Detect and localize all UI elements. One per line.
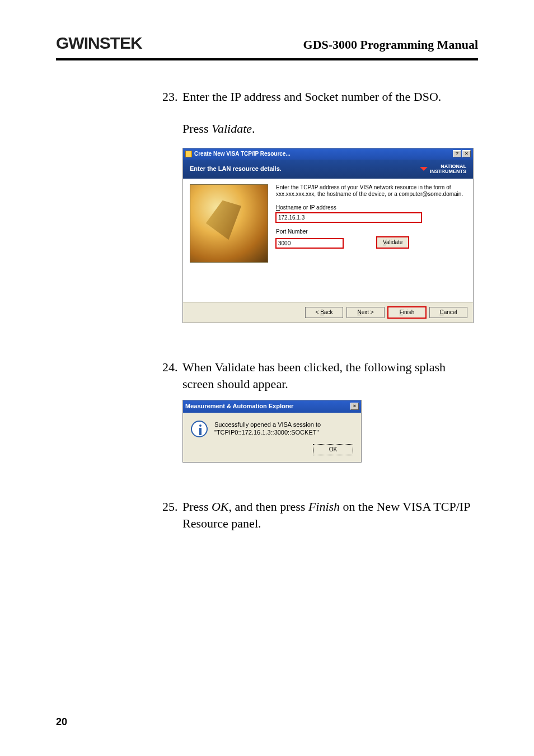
page-number: 20 [56, 716, 67, 728]
step-25: 25. Press OK, and then press Finish on t… [162, 498, 478, 533]
finish-button[interactable]: Finish [388, 307, 426, 318]
visa-wizard-dialog: Create New VISA TCP/IP Resource... ? × E… [182, 148, 474, 323]
splash-title-text: Measurement & Automation Explorer [185, 402, 293, 410]
cancel-button[interactable]: Cancel [429, 307, 467, 318]
ni-logo: NATIONAL INSTRUMENTS [420, 164, 466, 174]
back-button[interactable]: < Back [305, 307, 343, 318]
brand-logo: GWINSTEK [56, 34, 142, 53]
port-label: Port Number [276, 228, 466, 236]
step-text: Press OK, and then press Finish on the N… [182, 498, 478, 533]
step-number: 24. [162, 359, 182, 483]
wizard-titlebar[interactable]: Create New VISA TCP/IP Resource... ? × [183, 148, 473, 160]
manual-title: GDS-3000 Programming Manual [303, 38, 478, 52]
step-number: 23. [162, 88, 182, 343]
header-rule [56, 58, 478, 60]
wizard-app-icon [185, 151, 192, 157]
wizard-banner: Enter the LAN resource details. NATIONAL… [183, 160, 473, 179]
hostname-input[interactable]: 172.16.1.3 [276, 213, 421, 222]
validate-button[interactable]: Validate [377, 237, 409, 248]
ok-button[interactable]: OK [313, 444, 353, 455]
close-button[interactable]: × [462, 150, 471, 157]
splash-dialog: Measurement & Automation Explorer × Succ… [182, 400, 362, 462]
wizard-illustration [190, 184, 268, 263]
step-subtext: Press Validate. [182, 120, 478, 138]
wizard-footer: < Back Next > Finish Cancel [183, 302, 473, 323]
close-button[interactable]: × [350, 403, 359, 410]
splash-message: Successfully opened a VISA session to "T… [214, 421, 321, 437]
help-button[interactable]: ? [453, 150, 461, 157]
port-input[interactable]: 3000 [276, 239, 343, 248]
step-number: 25. [162, 498, 182, 533]
splash-titlebar[interactable]: Measurement & Automation Explorer × [183, 400, 361, 412]
info-icon [191, 421, 208, 437]
next-button[interactable]: Next > [346, 307, 385, 318]
step-23: 23. Enter the IP address and Socket numb… [162, 88, 478, 343]
step-text: When Validate has been clicked, the foll… [182, 359, 478, 394]
wizard-banner-text: Enter the LAN resource details. [190, 165, 282, 173]
wizard-intro-text: Enter the TCP/IP address of your VISA ne… [276, 184, 466, 198]
wizard-title-text: Create New VISA TCP/IP Resource... [194, 150, 291, 158]
hostname-label: Hostname or IP address [276, 204, 466, 212]
step-text: Enter the IP address and Socket number o… [182, 88, 478, 106]
ni-logo-icon [420, 167, 428, 171]
step-24: 24. When Validate has been clicked, the … [162, 359, 478, 483]
